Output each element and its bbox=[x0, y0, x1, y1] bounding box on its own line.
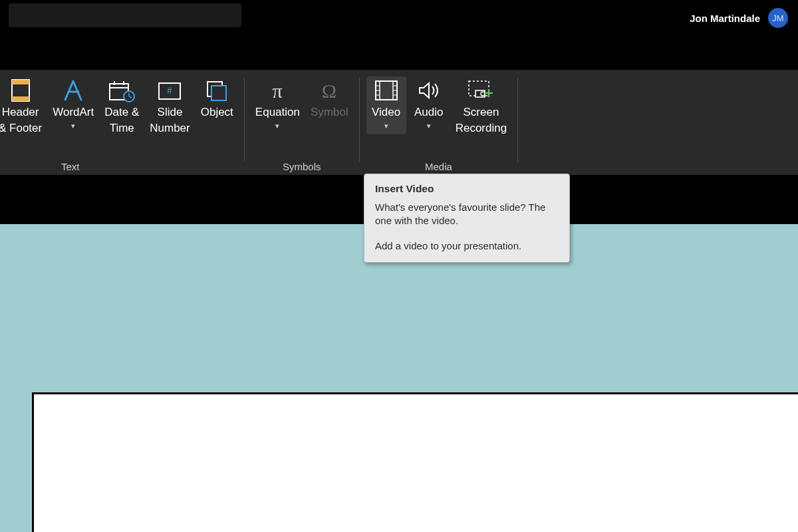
separator bbox=[517, 78, 518, 162]
chevron-down-icon: ▾ bbox=[71, 122, 75, 130]
search-input[interactable] bbox=[9, 3, 241, 27]
symbol-label: Symbol bbox=[311, 104, 348, 120]
title-bar: Jon Martindale JM bbox=[0, 0, 798, 33]
object-icon bbox=[203, 78, 230, 103]
symbol-icon: Ω bbox=[316, 78, 342, 103]
slide-number-icon: # bbox=[156, 78, 183, 103]
wordart-button[interactable]: WordArt ▾ bbox=[49, 76, 98, 130]
tooltip-insert-video: Insert Video What's everyone's favourite… bbox=[364, 174, 570, 263]
equation-icon: π bbox=[264, 78, 291, 103]
ribbon-tabstrip bbox=[0, 33, 798, 70]
screen-recording-label: Screen Recording bbox=[456, 104, 507, 136]
audio-icon bbox=[416, 78, 442, 103]
audio-button[interactable]: Audio ▾ bbox=[409, 76, 449, 130]
date-time-label: Date & Time bbox=[104, 104, 139, 136]
tooltip-body: Add a video to your presentation. bbox=[375, 239, 559, 253]
screen-recording-icon bbox=[466, 78, 495, 103]
ribbon: Header & Footer WordArt ▾ bbox=[0, 70, 798, 175]
equation-button[interactable]: π Equation ▾ bbox=[251, 76, 304, 130]
video-icon bbox=[372, 78, 401, 103]
header-footer-icon bbox=[11, 78, 31, 103]
svg-rect-13 bbox=[211, 86, 226, 100]
avatar[interactable]: JM bbox=[768, 8, 788, 28]
separator bbox=[244, 78, 245, 162]
user-area[interactable]: Jon Martindale JM bbox=[690, 8, 788, 28]
object-button[interactable]: Object bbox=[197, 76, 237, 120]
svg-text:Ω: Ω bbox=[322, 80, 336, 102]
chevron-down-icon: ▾ bbox=[384, 122, 388, 130]
audio-label: Audio bbox=[414, 104, 443, 120]
symbol-button: Ω Symbol bbox=[307, 76, 352, 120]
tooltip-title: Insert Video bbox=[375, 182, 559, 196]
slide[interactable] bbox=[32, 392, 798, 532]
group-text-label: Text bbox=[61, 161, 80, 172]
slide-number-button[interactable]: # Slide Number bbox=[146, 76, 194, 136]
video-button[interactable]: Video ▾ bbox=[366, 76, 406, 134]
svg-text:π: π bbox=[273, 80, 283, 102]
group-media-label: Media bbox=[425, 161, 452, 172]
equation-label: Equation bbox=[255, 104, 300, 120]
separator bbox=[359, 78, 360, 162]
slide-number-label: Slide Number bbox=[150, 104, 190, 136]
group-symbols: π Equation ▾ Ω Symbol Symbols bbox=[251, 76, 352, 175]
group-text: Header & Footer WordArt ▾ bbox=[0, 76, 237, 175]
tooltip-body: What's everyone's favourite slide? The o… bbox=[375, 201, 559, 227]
wordart-icon bbox=[60, 78, 86, 103]
object-label: Object bbox=[201, 104, 233, 120]
slide-canvas[interactable] bbox=[0, 224, 798, 532]
chevron-down-icon: ▾ bbox=[275, 122, 279, 130]
header-footer-label: Header & Footer bbox=[0, 104, 42, 136]
date-time-icon bbox=[107, 78, 136, 103]
svg-rect-2 bbox=[12, 96, 29, 101]
video-label: Video bbox=[372, 104, 400, 120]
screen-recording-button[interactable]: Screen Recording bbox=[452, 76, 511, 136]
user-name: Jon Martindale bbox=[690, 13, 760, 24]
header-footer-button[interactable]: Header & Footer bbox=[0, 76, 46, 136]
svg-rect-1 bbox=[12, 80, 29, 84]
chevron-down-icon: ▾ bbox=[427, 122, 431, 130]
wordart-label: WordArt bbox=[53, 104, 94, 120]
group-media: Video ▾ Audio ▾ bbox=[366, 76, 511, 175]
svg-text:#: # bbox=[168, 85, 173, 96]
date-time-button[interactable]: Date & Time bbox=[100, 76, 143, 136]
group-symbols-label: Symbols bbox=[283, 161, 321, 172]
